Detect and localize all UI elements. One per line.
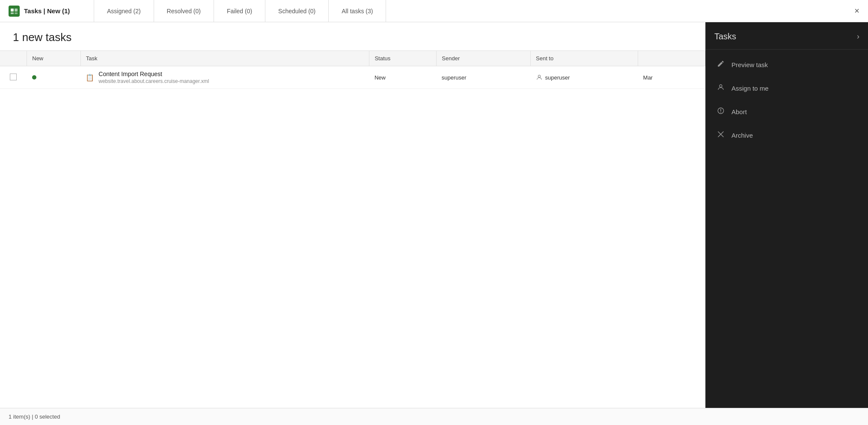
row-task-cell: 📋 Content Import Request website.travel.… — [80, 66, 369, 89]
sentto-text: superuser — [545, 74, 570, 81]
task-table-wrapper: New Task Status Sender Sent to — [0, 50, 705, 89]
task-name-block: Content Import Request website.travel.ab… — [98, 71, 209, 84]
col-last-header — [638, 51, 705, 66]
task-type-icon: 📋 — [86, 74, 94, 82]
col-checkbox — [0, 51, 27, 66]
task-title: Content Import Request — [98, 71, 209, 77]
app-title: Tasks | New (1) — [24, 7, 70, 15]
col-sender-header: Sender — [437, 51, 531, 66]
menu-item-assign[interactable]: Assign to me — [706, 77, 868, 100]
row-sender-cell: superuser — [437, 66, 531, 89]
menu-item-preview[interactable]: Preview task — [706, 53, 868, 77]
menu-item-archive[interactable]: Archive — [706, 124, 868, 147]
abort-icon — [716, 107, 725, 117]
tab-bar: Assigned (2) Resolved (0) Failed (0) Sch… — [94, 0, 846, 22]
close-button[interactable]: × — [846, 0, 868, 22]
page-heading: 1 new tasks — [0, 22, 705, 50]
row-checkbox[interactable] — [10, 74, 17, 80]
tab-resolved[interactable]: Resolved (0) — [154, 0, 214, 22]
svg-rect-0 — [9, 6, 20, 17]
menu-item-preview-label: Preview task — [731, 61, 768, 68]
svg-point-5 — [538, 75, 540, 77]
col-sentto-header: Sent to — [531, 51, 638, 66]
row-new-cell — [27, 66, 81, 89]
tab-failed[interactable]: Failed (0) — [214, 0, 265, 22]
tab-scheduled[interactable]: Scheduled (0) — [265, 0, 329, 22]
svg-rect-2 — [15, 9, 18, 12]
row-status-cell: New — [369, 66, 437, 89]
table-row[interactable]: 📋 Content Import Request website.travel.… — [0, 66, 705, 89]
svg-rect-1 — [11, 9, 14, 12]
status-text: 1 item(s) | 0 selected — [9, 413, 60, 420]
app-logo-section: Tasks | New (1) — [0, 0, 94, 22]
row-checkbox-cell[interactable] — [0, 66, 27, 89]
row-last-cell: Mar — [638, 66, 705, 89]
sidebar-header: Tasks › — [706, 22, 868, 50]
sidebar-menu: Preview task Assign to me — [706, 50, 868, 151]
col-new-header: New — [27, 51, 81, 66]
sender-text: superuser — [442, 74, 467, 81]
user-icon — [536, 74, 543, 81]
menu-item-abort-label: Abort — [731, 108, 747, 115]
svg-rect-3 — [11, 12, 14, 14]
app-logo-icon — [9, 6, 20, 17]
svg-point-9 — [720, 112, 721, 112]
main-content: 1 new tasks New Task Status Sender Sent … — [0, 22, 868, 408]
task-table: New Task Status Sender Sent to — [0, 50, 705, 89]
tab-all[interactable]: All tasks (3) — [329, 0, 386, 22]
table-header-row: New Task Status Sender Sent to — [0, 51, 705, 66]
col-status-header: Status — [369, 51, 437, 66]
status-bar: 1 item(s) | 0 selected — [0, 408, 868, 425]
sidebar-title: Tasks — [714, 32, 736, 41]
left-panel: 1 new tasks New Task Status Sender Sent … — [0, 22, 705, 408]
right-sidebar: Tasks › Preview task Assig — [705, 22, 868, 408]
menu-item-abort[interactable]: Abort — [706, 100, 868, 124]
preview-icon — [716, 60, 725, 70]
menu-item-archive-label: Archive — [731, 132, 753, 139]
svg-point-6 — [719, 85, 722, 87]
row-sentto-cell: superuser — [531, 66, 638, 89]
new-indicator-dot — [32, 75, 36, 80]
tab-assigned[interactable]: Assigned (2) — [94, 0, 154, 22]
sidebar-expand-button[interactable]: › — [857, 32, 859, 41]
task-subtitle: website.travel.about.careers.cruise-mana… — [98, 78, 209, 84]
col-task-header: Task — [80, 51, 369, 66]
header: Tasks | New (1) Assigned (2) Resolved (0… — [0, 0, 868, 22]
menu-item-assign-label: Assign to me — [731, 85, 769, 92]
svg-rect-4 — [15, 12, 18, 14]
archive-icon — [716, 130, 725, 140]
assign-icon — [716, 83, 725, 93]
